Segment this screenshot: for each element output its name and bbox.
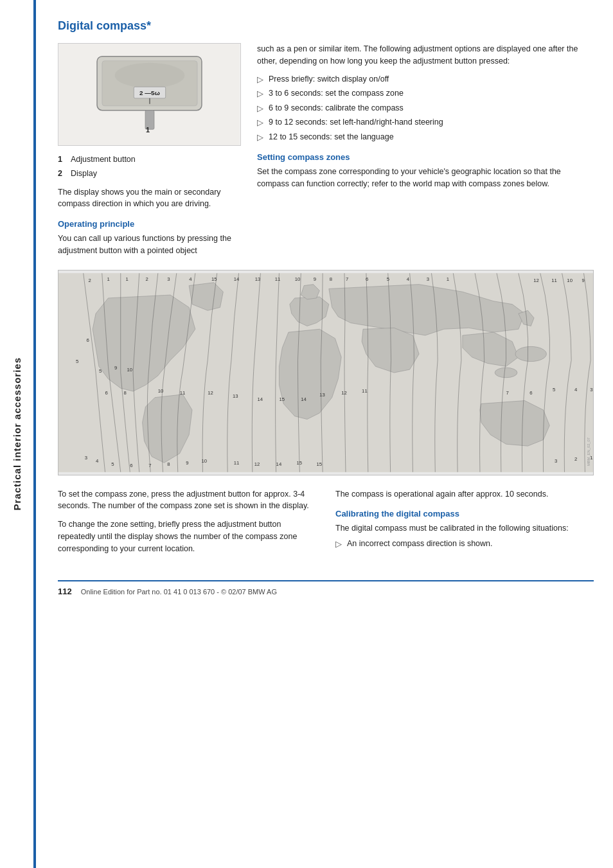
svg-text:11: 11	[234, 460, 240, 466]
bullet-icon-5: ▷	[257, 132, 263, 144]
svg-text:1: 1	[447, 276, 449, 281]
svg-text:6: 6	[366, 276, 368, 281]
svg-text:15: 15	[297, 460, 303, 466]
setting-zones-heading: Setting compass zones	[257, 152, 594, 162]
svg-text:15: 15	[279, 396, 285, 402]
svg-text:6: 6	[105, 389, 108, 395]
bullet-icon-4: ▷	[257, 118, 263, 129]
svg-text:14: 14	[234, 276, 240, 281]
svg-text:3: 3	[427, 276, 429, 281]
item-1-label: Adjustment button	[71, 154, 136, 166]
svg-text:5: 5	[76, 359, 78, 364]
svg-text:12: 12	[533, 277, 539, 283]
bullet-text-1: Press briefly: switch display on/off	[269, 74, 389, 86]
svg-text:10: 10	[158, 387, 164, 393]
svg-text:10: 10	[127, 367, 132, 373]
svg-text:1: 1	[125, 276, 128, 281]
svg-point-3	[115, 63, 185, 89]
svg-text:13: 13	[319, 391, 325, 397]
svg-text:1: 1	[107, 276, 109, 281]
main-content: Digital compass* 2 —5ω	[45, 0, 613, 616]
svg-point-11	[515, 346, 546, 361]
svg-text:11: 11	[551, 277, 557, 283]
svg-text:12: 12	[341, 389, 347, 395]
svg-text:15: 15	[211, 276, 217, 281]
blue-border-strip	[33, 0, 36, 868]
svg-text:1: 1	[146, 126, 150, 134]
world-map-section: 2 1 1 2 3 4 15 14 13 11 10 9 8 7 6 5 4 3…	[58, 270, 594, 475]
item-2-num: 2	[58, 168, 67, 180]
sidebar: Practical interior accessories	[0, 0, 33, 868]
svg-text:14: 14	[301, 396, 306, 402]
svg-text:12: 12	[208, 389, 213, 395]
svg-text:3: 3	[85, 455, 87, 461]
svg-text:10: 10	[202, 458, 208, 464]
bullet-text-5: 12 to 15 seconds: set the language	[269, 132, 394, 144]
sidebar-label: Practical interior accessories	[12, 357, 22, 510]
calibrating-bullet-item: ▷ An incorrect compass direction is show…	[335, 538, 594, 551]
svg-text:4: 4	[574, 387, 578, 393]
calibrating-bullet-list: ▷ An incorrect compass direction is show…	[335, 538, 594, 551]
svg-text:10: 10	[295, 276, 301, 281]
top-section: 2 —5ω 1 1 Adjustment button 2 Display	[58, 43, 594, 257]
svg-text:2 —5ω: 2 —5ω	[139, 89, 160, 96]
svg-point-12	[495, 368, 517, 377]
svg-text:5: 5	[99, 368, 102, 374]
list-item: 2 Display	[58, 168, 244, 180]
svg-text:12: 12	[254, 461, 260, 467]
bottom-right-text: The compass is operational again after a…	[335, 488, 594, 500]
footer: 112 Online Edition for Part no. 01 41 0 …	[58, 580, 594, 596]
footer-text: Online Edition for Part no. 01 41 0 013 …	[81, 588, 277, 596]
bullet-item: ▷ 9 to 12 seconds: set left-hand/right-h…	[257, 117, 594, 129]
svg-text:MBM_EN_02_07: MBM_EN_02_07	[587, 437, 591, 465]
svg-text:11: 11	[180, 389, 186, 395]
svg-text:6: 6	[529, 389, 532, 395]
operating-principle-heading: Operating principle	[58, 219, 244, 229]
svg-text:15: 15	[316, 461, 322, 467]
operating-principle-text: You can call up various functions by pre…	[58, 233, 244, 257]
right-intro-text: such as a pen or similar item. The follo…	[257, 43, 594, 67]
svg-text:2: 2	[574, 456, 577, 462]
cal-bullet-icon-1: ▷	[335, 539, 342, 551]
bottom-right-column: The compass is operational again after a…	[335, 488, 594, 555]
world-map-image: 2 1 1 2 3 4 15 14 13 11 10 9 8 7 6 5 4 3…	[58, 270, 594, 475]
svg-text:8: 8	[330, 276, 332, 281]
bullet-text-4: 9 to 12 seconds: set left-hand/right-han…	[269, 117, 443, 129]
svg-text:11: 11	[275, 276, 281, 281]
svg-text:6: 6	[87, 337, 89, 342]
bullet-icon-3: ▷	[257, 103, 263, 115]
item-2-label: Display	[71, 168, 97, 180]
bullet-item: ▷ 12 to 15 seconds: set the language	[257, 132, 594, 144]
svg-text:10: 10	[567, 277, 573, 283]
setting-zones-text: Set the compass zone corresponding to yo…	[257, 166, 594, 190]
bullet-item: ▷ Press briefly: switch display on/off	[257, 74, 594, 86]
bottom-left-text-1: To set the compass zone, press the adjus…	[58, 488, 316, 513]
svg-text:9: 9	[186, 460, 188, 466]
svg-text:7: 7	[148, 463, 151, 468]
svg-text:14: 14	[258, 396, 263, 402]
svg-text:2: 2	[145, 276, 148, 281]
svg-text:5: 5	[553, 387, 555, 393]
bullet-icon-2: ▷	[257, 89, 263, 100]
left-column: 2 —5ω 1 1 Adjustment button 2 Display	[58, 43, 244, 257]
numbered-list: 1 Adjustment button 2 Display	[58, 154, 244, 180]
svg-text:4: 4	[407, 276, 410, 281]
svg-text:7: 7	[506, 389, 509, 395]
svg-text:9: 9	[114, 365, 117, 371]
svg-text:3: 3	[590, 387, 592, 393]
page-number: 112	[58, 587, 72, 596]
bottom-section: To set the compass zone, press the adjus…	[58, 488, 594, 555]
svg-text:14: 14	[276, 461, 282, 467]
intro-text: The display shows you the main or second…	[58, 186, 244, 211]
bottom-left-column: To set the compass zone, press the adjus…	[58, 488, 316, 555]
svg-text:6: 6	[130, 463, 132, 468]
svg-text:13: 13	[255, 276, 261, 281]
svg-text:13: 13	[233, 393, 238, 398]
calibrating-heading: Calibrating the digital compass	[335, 509, 594, 518]
mirror-illustration: 2 —5ω 1	[58, 43, 241, 146]
bullet-text-3: 6 to 9 seconds: calibrate the compass	[269, 103, 404, 115]
svg-text:4: 4	[96, 458, 99, 464]
svg-text:4: 4	[189, 276, 192, 281]
bottom-left-text-2: To change the zone setting, briefly pres…	[58, 518, 316, 554]
svg-text:3: 3	[167, 276, 170, 281]
